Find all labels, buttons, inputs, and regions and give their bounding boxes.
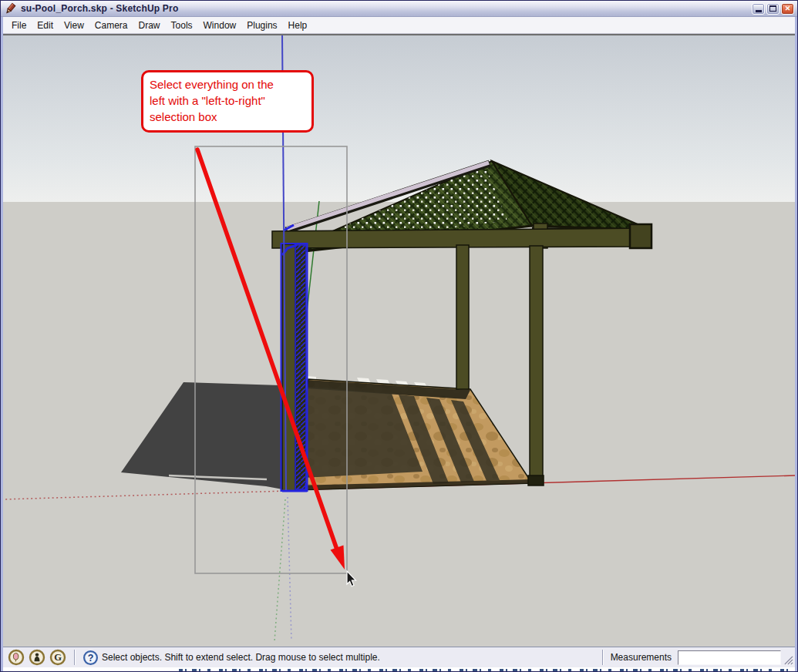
callout-line: selection box (150, 109, 305, 125)
sketchup-canvas[interactable] (3, 34, 795, 647)
google-icon[interactable]: G (49, 649, 66, 666)
menu-item-tools[interactable]: Tools (166, 18, 198, 33)
minimize-button[interactable] (752, 3, 765, 15)
close-icon: ✕ (785, 5, 791, 12)
close-button[interactable]: ✕ (781, 3, 794, 15)
rear-post[interactable] (456, 245, 469, 389)
status-divider (602, 650, 603, 665)
menu-item-draw[interactable]: Draw (133, 18, 166, 33)
measurements-input[interactable] (678, 650, 781, 665)
help-icon[interactable]: ? (82, 650, 99, 666)
person-icon[interactable] (29, 649, 45, 666)
cutoff-letter-tops (179, 669, 792, 672)
menu-item-help[interactable]: Help (283, 18, 313, 33)
cutoff-text-strip (3, 667, 795, 672)
menu-item-edit[interactable]: Edit (32, 18, 59, 33)
callout-line: Select everything on the (150, 76, 305, 92)
menu-bar: File Edit View Camera Draw Tools Window … (3, 17, 795, 34)
sketchup-pencil-icon (4, 2, 17, 15)
svg-text:G: G (54, 652, 62, 663)
minimize-icon (756, 10, 762, 12)
instruction-callout: Select everything on the left with a "le… (141, 70, 314, 133)
callout-line: left with a "left-to-right" (150, 92, 305, 109)
status-bar: G ? Select objects. Shift to extend sele… (3, 647, 795, 667)
window-title: su-Pool_Porch.skp - SketchUp Pro (21, 3, 752, 14)
menu-item-camera[interactable]: Camera (89, 18, 133, 33)
menu-item-view[interactable]: View (59, 18, 89, 33)
measurements-label: Measurements (611, 652, 672, 663)
modeling-viewport[interactable]: Select everything on the left with a "le… (3, 34, 795, 647)
instructor-balloon-icon[interactable] (8, 649, 25, 666)
status-message: Select objects. Shift to extend select. … (102, 652, 380, 663)
right-post[interactable] (530, 246, 543, 481)
status-divider (74, 650, 75, 665)
sketchup-window: su-Pool_Porch.skp - SketchUp Pro ✕ File … (0, 0, 798, 672)
menu-item-file[interactable]: File (6, 18, 32, 33)
beam-end-cap[interactable] (630, 224, 652, 248)
resize-grip[interactable] (783, 650, 793, 665)
maximize-button[interactable] (766, 3, 779, 15)
sky (3, 34, 795, 202)
menu-item-plugins[interactable]: Plugins (241, 18, 282, 33)
right-post-base[interactable] (528, 475, 544, 486)
menu-item-window[interactable]: Window (198, 18, 242, 33)
maximize-icon (769, 5, 776, 12)
title-bar[interactable]: su-Pool_Porch.skp - SketchUp Pro ✕ (1, 1, 797, 17)
svg-text:?: ? (88, 653, 94, 664)
